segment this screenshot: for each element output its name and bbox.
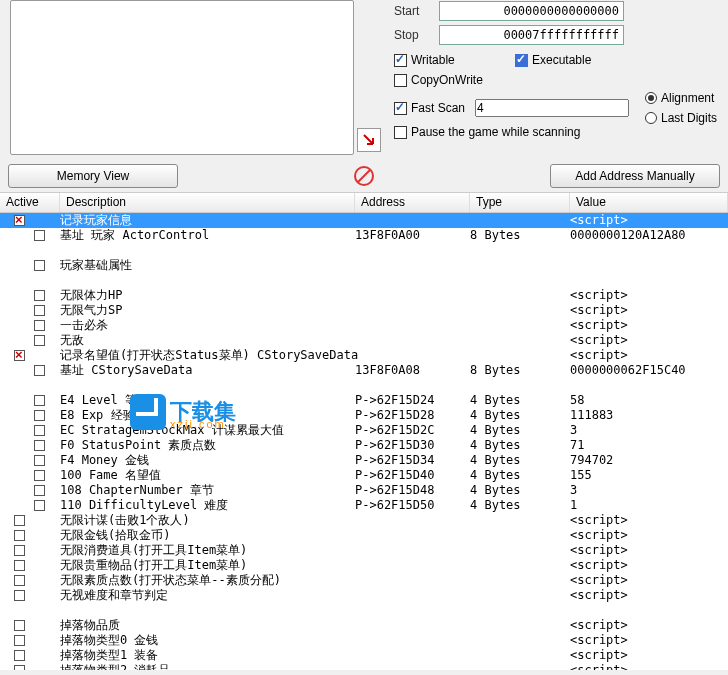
table-row[interactable]: F0 StatusPoint 素质点数P->62F15D304 Bytes71 xyxy=(0,438,728,453)
table-row[interactable]: 玩家基础属性 xyxy=(0,258,728,273)
table-row[interactable]: 一击必杀<script> xyxy=(0,318,728,333)
table-row[interactable]: 无限贵重物品(打开工具Item菜单)<script> xyxy=(0,558,728,573)
active-checkbox[interactable] xyxy=(14,530,25,541)
active-checkbox[interactable] xyxy=(14,635,25,646)
active-checkbox[interactable] xyxy=(34,230,45,241)
executable-checkbox[interactable] xyxy=(515,54,528,67)
address-list-table: Active Description Address Type Value 记录… xyxy=(0,192,728,670)
active-checkbox[interactable] xyxy=(34,485,45,496)
active-checkbox[interactable] xyxy=(34,440,45,451)
active-checkbox[interactable] xyxy=(34,260,45,271)
lastdigits-radio[interactable] xyxy=(645,112,657,124)
table-row[interactable]: 掉落物品质<script> xyxy=(0,618,728,633)
active-checkbox[interactable] xyxy=(34,455,45,466)
table-header: Active Description Address Type Value xyxy=(0,193,728,213)
col-value[interactable]: Value xyxy=(570,193,728,212)
table-row[interactable]: 110 DifficultyLevel 难度P->62F15D504 Bytes… xyxy=(0,498,728,513)
active-checkbox[interactable] xyxy=(34,320,45,331)
active-checkbox[interactable] xyxy=(34,290,45,301)
lastdigits-label: Last Digits xyxy=(661,111,717,125)
active-checkbox[interactable] xyxy=(34,410,45,421)
table-body[interactable]: 记录玩家信息<script>基址 玩家 ActorControl13F8F0A0… xyxy=(0,213,728,670)
active-checkbox[interactable] xyxy=(34,470,45,481)
table-row[interactable] xyxy=(0,243,728,258)
memory-view-button[interactable]: Memory View xyxy=(8,164,178,188)
table-row[interactable] xyxy=(0,273,728,288)
table-row[interactable]: E8 Exp 经验P->62F15D284 Bytes111883 xyxy=(0,408,728,423)
table-row[interactable]: 100 Fame 名望值P->62F15D404 Bytes155 xyxy=(0,468,728,483)
active-checkbox[interactable] xyxy=(34,395,45,406)
pause-checkbox[interactable] xyxy=(394,126,407,139)
table-row[interactable]: 108 ChapterNumber 章节P->62F15D484 Bytes3 xyxy=(0,483,728,498)
writable-label: Writable xyxy=(411,53,511,67)
table-row[interactable]: 基址 玩家 ActorControl13F8F0A008 Bytes000000… xyxy=(0,228,728,243)
search-results-panel xyxy=(10,0,354,155)
col-active[interactable]: Active xyxy=(0,193,60,212)
table-row[interactable]: 掉落物类型2 消耗品<script> xyxy=(0,663,728,670)
fastscan-label: Fast Scan xyxy=(411,101,471,115)
table-row[interactable]: 无视难度和章节判定<script> xyxy=(0,588,728,603)
table-row[interactable]: 掉落物类型1 装备<script> xyxy=(0,648,728,663)
active-checkbox[interactable] xyxy=(34,500,45,511)
copyonwrite-label: CopyOnWrite xyxy=(411,73,483,87)
alignment-radio[interactable] xyxy=(645,92,657,104)
active-checkbox[interactable] xyxy=(14,575,25,586)
table-row[interactable]: 基址 CStorySaveData13F8F0A088 Bytes0000000… xyxy=(0,363,728,378)
table-row[interactable]: 无限金钱(拾取金币)<script> xyxy=(0,528,728,543)
table-row[interactable]: 无限素质点数(打开状态菜单--素质分配)<script> xyxy=(0,573,728,588)
fastscan-input[interactable] xyxy=(475,99,629,117)
fastscan-checkbox[interactable] xyxy=(394,102,407,115)
active-checkbox[interactable] xyxy=(14,545,25,556)
table-row[interactable]: 无限体力HP<script> xyxy=(0,288,728,303)
active-checkbox[interactable] xyxy=(14,665,25,670)
alignment-label: Alignment xyxy=(661,91,714,105)
table-row[interactable]: 掉落物类型0 金钱<script> xyxy=(0,633,728,648)
active-checkbox[interactable] xyxy=(34,335,45,346)
active-checkbox[interactable] xyxy=(34,365,45,376)
pause-label: Pause the game while scanning xyxy=(411,125,580,139)
stop-label: Stop xyxy=(394,28,439,42)
copyonwrite-checkbox[interactable] xyxy=(394,74,407,87)
writable-checkbox[interactable] xyxy=(394,54,407,67)
copy-selection-button[interactable] xyxy=(357,128,381,152)
table-row[interactable] xyxy=(0,378,728,393)
active-checkbox[interactable] xyxy=(14,560,25,571)
table-row[interactable] xyxy=(0,603,728,618)
active-checkbox[interactable] xyxy=(14,515,25,526)
active-checkbox[interactable] xyxy=(14,620,25,631)
col-type[interactable]: Type xyxy=(470,193,570,212)
active-checkbox[interactable] xyxy=(14,590,25,601)
table-row[interactable]: E4 Level 等级P->62F15D244 Bytes58 xyxy=(0,393,728,408)
table-row[interactable]: 记录名望值(打开状态Status菜单) CStorySaveData<scrip… xyxy=(0,348,728,363)
active-checkbox[interactable] xyxy=(34,305,45,316)
stop-input[interactable] xyxy=(439,25,624,45)
col-address[interactable]: Address xyxy=(355,193,470,212)
table-row[interactable]: 无限消费道具(打开工具Item菜单)<script> xyxy=(0,543,728,558)
active-checkbox[interactable] xyxy=(34,425,45,436)
table-row[interactable]: F4 Money 金钱P->62F15D344 Bytes794702 xyxy=(0,453,728,468)
table-row[interactable]: 无限气力SP<script> xyxy=(0,303,728,318)
table-row[interactable]: 记录玩家信息<script> xyxy=(0,213,728,228)
active-checkbox[interactable] xyxy=(14,650,25,661)
table-row[interactable]: EC StratagemStockMax 计谋累最大值P->62F15D2C4 … xyxy=(0,423,728,438)
executable-label: Executable xyxy=(532,53,591,67)
active-checkbox[interactable] xyxy=(14,215,25,226)
no-entry-icon[interactable] xyxy=(352,164,376,188)
table-row[interactable]: 无敌<script> xyxy=(0,333,728,348)
start-label: Start xyxy=(394,4,439,18)
col-description[interactable]: Description xyxy=(60,193,355,212)
svg-line-1 xyxy=(358,170,370,182)
start-input[interactable] xyxy=(439,1,624,21)
table-row[interactable]: 无限计谋(击败1个敌人)<script> xyxy=(0,513,728,528)
add-address-manually-button[interactable]: Add Address Manually xyxy=(550,164,720,188)
scan-options-panel: Start Stop Writable Executable CopyOnWri… xyxy=(394,0,728,160)
active-checkbox[interactable] xyxy=(14,350,25,361)
